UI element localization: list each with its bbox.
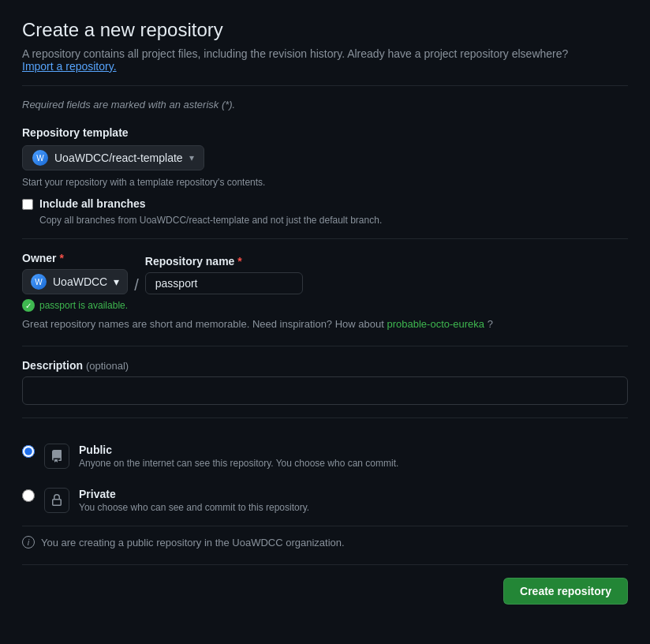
info-icon: i xyxy=(22,536,35,549)
available-message: ✓ passport is available. xyxy=(22,299,628,312)
check-circle-icon: ✓ xyxy=(22,299,35,312)
page-title: Create a new repository xyxy=(22,19,628,41)
public-repo-icon xyxy=(44,444,69,469)
private-label: Private xyxy=(79,488,309,500)
repo-name-input[interactable] xyxy=(145,272,303,294)
template-dropdown[interactable]: W UoaWDCC/react-template ▾ xyxy=(22,145,204,170)
visibility-section: Public Anyone on the internet can see th… xyxy=(22,434,628,522)
description-label: Description (optional) xyxy=(22,359,628,372)
visibility-divider xyxy=(22,417,628,418)
description-section: Description (optional) xyxy=(22,359,628,405)
private-desc: You choose who can see and commit to thi… xyxy=(79,502,309,513)
chevron-down-icon: ▾ xyxy=(189,152,194,163)
include-branches-checkbox[interactable] xyxy=(22,199,33,210)
owner-required-star: * xyxy=(59,252,63,264)
create-repository-button[interactable]: Create repository xyxy=(503,578,628,605)
public-option[interactable]: Public Anyone on the internet can see th… xyxy=(22,434,628,478)
public-radio[interactable] xyxy=(22,445,35,458)
owner-section: Owner * W UoaWDCC ▾ xyxy=(22,252,128,294)
owner-chevron-icon: ▾ xyxy=(114,275,119,288)
inspiration-text: Great repository names are short and mem… xyxy=(22,318,628,330)
repo-required-star: * xyxy=(237,255,241,268)
template-avatar: W xyxy=(32,150,48,166)
repo-name-section: Repository name * xyxy=(145,255,303,294)
template-section-label: Repository template xyxy=(22,126,628,139)
template-value: UoaWDCC/react-template xyxy=(54,152,183,164)
description-input[interactable] xyxy=(22,376,628,405)
import-repository-link[interactable]: Import a repository. xyxy=(22,60,117,73)
bottom-bar: Create repository xyxy=(22,564,628,611)
info-text: You are creating a public repository in … xyxy=(41,537,345,549)
required-note: Required fields are marked with an aster… xyxy=(22,99,628,110)
optional-tag: (optional) xyxy=(86,360,129,372)
public-label: Public xyxy=(79,444,398,456)
header-divider xyxy=(22,85,628,86)
description-divider xyxy=(22,346,628,346)
public-desc: Anyone on the internet can see this repo… xyxy=(79,458,398,469)
public-radio-text: Public Anyone on the internet can see th… xyxy=(79,444,398,469)
private-radio-text: Private You choose who can see and commi… xyxy=(79,488,309,513)
repo-name-label: Repository name * xyxy=(145,255,303,268)
suggestion-link[interactable]: probable-octo-eureka xyxy=(387,318,484,330)
private-repo-icon xyxy=(44,488,69,513)
include-branches-label[interactable]: Include all branches xyxy=(39,197,146,210)
owner-value: UoaWDCC xyxy=(53,275,107,288)
include-branches-row: Include all branches xyxy=(22,197,628,210)
template-hint: Start your repository with a template re… xyxy=(22,177,628,188)
private-radio[interactable] xyxy=(22,489,35,502)
include-branches-desc: Copy all branches from UoaWDCC/react-tem… xyxy=(39,215,628,226)
owner-repo-wrapper: Owner * W UoaWDCC ▾ / Repository name * xyxy=(22,252,628,294)
page-subtitle: A repository contains all project files,… xyxy=(22,47,628,73)
owner-label: Owner * xyxy=(22,252,128,264)
template-divider xyxy=(22,238,628,239)
owner-avatar: W xyxy=(31,274,47,290)
available-text: passport is available. xyxy=(39,300,128,311)
template-section: Repository template W UoaWDCC/react-temp… xyxy=(22,126,628,226)
private-option[interactable]: Private You choose who can see and commi… xyxy=(22,478,628,522)
slash-divider: / xyxy=(131,276,142,294)
owner-dropdown[interactable]: W UoaWDCC ▾ xyxy=(22,269,128,294)
info-banner: i You are creating a public repository i… xyxy=(22,526,628,558)
